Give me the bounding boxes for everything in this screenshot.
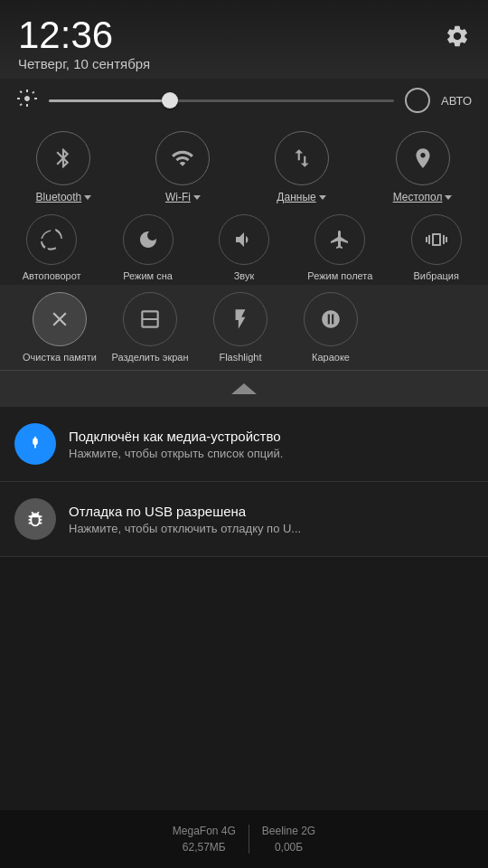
toggle-vibrate[interactable]: Вибрация <box>393 214 480 281</box>
autorotate-label: Автоповорот <box>23 270 81 281</box>
sleep-label: Режим сна <box>123 270 173 281</box>
data-label: Данные <box>277 191 315 203</box>
flashlight-circle <box>213 292 267 346</box>
notifications-panel: Подключён как медиа-устройство Нажмите, … <box>0 407 488 557</box>
data-circle <box>275 131 329 185</box>
carrier-left: MegaFon 4G 62,57МБ <box>160 823 249 855</box>
location-circle <box>396 131 450 185</box>
karaoke-label: Караоке <box>312 352 350 363</box>
clear-memory-circle <box>33 292 87 346</box>
toggle-data[interactable]: Данные <box>275 131 329 203</box>
sleep-circle <box>123 214 174 265</box>
usb-debug-body: Нажмите, чтобы отключить отладку по U... <box>69 522 412 535</box>
usb-debug-text: Отладка по USB разрешена Нажмите, чтобы … <box>69 503 474 536</box>
usb-debug-icon <box>14 498 56 540</box>
usb-debug-title: Отладка по USB разрешена <box>69 503 474 521</box>
usb-media-body: Нажмите, чтобы открыть список опций. <box>69 447 412 460</box>
toggle-wifi[interactable]: Wi-Fi <box>155 131 210 203</box>
carrier-right-name: Beeline 2G <box>262 823 315 839</box>
wifi-label: Wi-Fi <box>165 191 191 203</box>
toggle-location[interactable]: Местопол <box>393 131 453 203</box>
toggle-autorotate[interactable]: Автоповорот <box>8 214 95 281</box>
usb-media-icon <box>14 423 56 465</box>
carrier-left-data: 62,57МБ <box>173 839 236 855</box>
wifi-circle <box>155 131 210 185</box>
usb-media-text: Подключён как медиа-устройство Нажмите, … <box>69 428 474 461</box>
collapse-row[interactable] <box>0 370 488 407</box>
toggle-sound[interactable]: Звук <box>201 214 287 281</box>
toggle-airplane[interactable]: Режим полета <box>296 214 383 281</box>
bluetooth-circle <box>36 131 90 185</box>
notif-usb-media[interactable]: Подключён как медиа-устройство Нажмите, … <box>0 407 488 482</box>
chevron-up-icon <box>231 383 257 394</box>
bluetooth-arrow <box>84 195 91 200</box>
toggle-karaoke[interactable]: Караоке <box>289 292 372 363</box>
carrier-right: Beeline 2G 0,00Б <box>249 823 328 855</box>
quick-toggles-row2: Автоповорот Режим сна Звук Режим полета <box>0 207 488 285</box>
wifi-arrow <box>193 195 201 200</box>
brightness-slider[interactable] <box>49 99 394 102</box>
auto-label: АВТО <box>441 94 472 108</box>
quick-toggles-main: Bluetooth Wi-Fi Данные <box>0 122 488 207</box>
toggle-clear-memory[interactable]: Очистка памяти <box>18 292 101 363</box>
carrier-right-data: 0,00Б <box>262 839 315 855</box>
toggle-flashlight[interactable]: Flashlight <box>199 292 282 363</box>
quick-toggles-row3: Очистка памяти Разделить экран Flashligh… <box>0 285 488 370</box>
auto-brightness-icon <box>405 88 430 113</box>
split-screen-circle <box>123 292 177 346</box>
top-bar: 12:36 Четверг, 10 сентября <box>0 0 488 79</box>
location-label: Местопол <box>393 191 443 203</box>
toggle-split-screen[interactable]: Разделить экран <box>108 292 192 363</box>
airplane-label: Режим полета <box>307 270 372 281</box>
toggle-sleep[interactable]: Режим сна <box>105 214 192 281</box>
brightness-icon <box>16 88 38 113</box>
sound-circle <box>219 214 269 265</box>
autorotate-circle <box>26 214 77 265</box>
split-screen-label: Разделить экран <box>111 352 188 363</box>
flashlight-label: Flashlight <box>219 352 261 363</box>
settings-icon[interactable] <box>445 16 470 52</box>
sound-label: Звук <box>234 270 255 281</box>
bottom-status-bar: MegaFon 4G 62,57МБ Beeline 2G 0,00Б <box>0 810 488 868</box>
data-arrow <box>319 195 326 200</box>
brightness-row: АВТО <box>0 79 488 122</box>
vibrate-label: Вибрация <box>414 270 459 281</box>
bluetooth-label: Bluetooth <box>36 191 82 203</box>
karaoke-circle <box>304 292 358 346</box>
vibrate-circle <box>411 214 462 265</box>
date: Четверг, 10 сентября <box>18 56 150 71</box>
airplane-circle <box>314 214 365 265</box>
notif-usb-debug[interactable]: Отладка по USB разрешена Нажмите, чтобы … <box>0 482 488 557</box>
location-arrow <box>445 195 452 200</box>
carrier-left-name: MegaFon 4G <box>173 823 236 839</box>
clear-memory-label: Очистка памяти <box>23 352 97 363</box>
toggle-bluetooth[interactable]: Bluetooth <box>36 131 92 203</box>
usb-media-title: Подключён как медиа-устройство <box>69 428 474 446</box>
clock: 12:36 <box>18 16 150 54</box>
